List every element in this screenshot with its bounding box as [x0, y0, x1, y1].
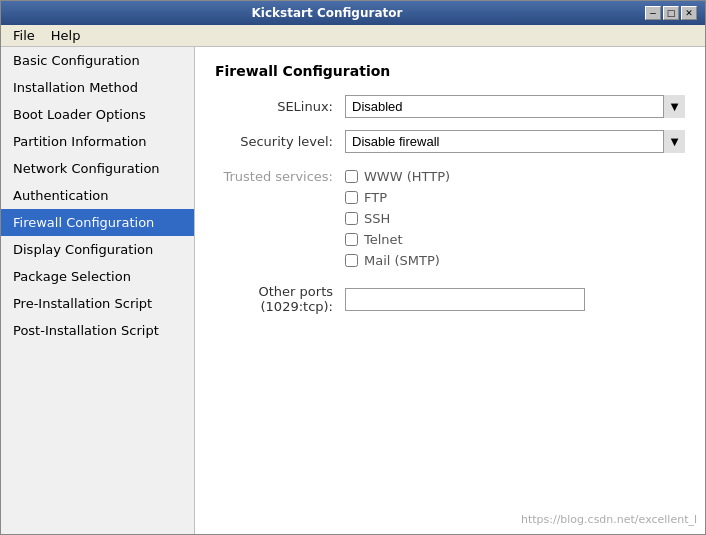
other-ports-input[interactable]: [345, 288, 585, 311]
checkbox-mail-input[interactable]: [345, 254, 358, 267]
sidebar-item-pre-installation-script[interactable]: Pre-Installation Script: [1, 290, 194, 317]
sidebar-item-post-installation-script[interactable]: Post-Installation Script: [1, 317, 194, 344]
security-level-row: Security level: Disable firewall Enabled…: [215, 130, 685, 153]
checkbox-ftp: FTP: [345, 190, 450, 205]
minimize-button[interactable]: −: [645, 6, 661, 20]
other-ports-label: Other ports (1029:tcp):: [215, 284, 345, 314]
checkbox-ssh-input[interactable]: [345, 212, 358, 225]
close-button[interactable]: ✕: [681, 6, 697, 20]
title-bar: Kickstart Configurator − □ ✕: [1, 1, 705, 25]
window-title: Kickstart Configurator: [9, 6, 645, 20]
selinux-select[interactable]: Disabled Enforcing Permissive: [345, 95, 685, 118]
sidebar-item-boot-loader-options[interactable]: Boot Loader Options: [1, 101, 194, 128]
sidebar-item-installation-method[interactable]: Installation Method: [1, 74, 194, 101]
trusted-services-row: Trusted services: WWW (HTTP) FTP SSH: [215, 165, 685, 272]
panel-title: Firewall Configuration: [215, 63, 685, 79]
main-window: Kickstart Configurator − □ ✕ File Help B…: [0, 0, 706, 535]
checkbox-ssh: SSH: [345, 211, 450, 226]
selinux-label: SELinux:: [215, 99, 345, 114]
checkbox-www-label: WWW (HTTP): [364, 169, 450, 184]
menu-file[interactable]: File: [5, 27, 43, 44]
security-level-select-wrapper: Disable firewall Enabled Disabled ▼: [345, 130, 685, 153]
sidebar-item-display-configuration[interactable]: Display Configuration: [1, 236, 194, 263]
sidebar-item-authentication[interactable]: Authentication: [1, 182, 194, 209]
sidebar-item-firewall-configuration[interactable]: Firewall Configuration: [1, 209, 194, 236]
checkbox-telnet-label: Telnet: [364, 232, 403, 247]
maximize-button[interactable]: □: [663, 6, 679, 20]
trusted-services-list: WWW (HTTP) FTP SSH Telnet: [345, 165, 450, 272]
content-area: Basic Configuration Installation Method …: [1, 47, 705, 534]
sidebar-item-network-configuration[interactable]: Network Configuration: [1, 155, 194, 182]
security-level-select[interactable]: Disable firewall Enabled Disabled: [345, 130, 685, 153]
checkbox-telnet-input[interactable]: [345, 233, 358, 246]
menu-help[interactable]: Help: [43, 27, 89, 44]
checkbox-telnet: Telnet: [345, 232, 450, 247]
checkbox-www: WWW (HTTP): [345, 169, 450, 184]
trusted-services-label: Trusted services:: [215, 165, 345, 184]
sidebar: Basic Configuration Installation Method …: [1, 47, 195, 534]
sidebar-item-partition-information[interactable]: Partition Information: [1, 128, 194, 155]
checkbox-mail: Mail (SMTP): [345, 253, 450, 268]
checkbox-ftp-input[interactable]: [345, 191, 358, 204]
menu-bar: File Help: [1, 25, 705, 47]
main-panel: Firewall Configuration SELinux: Disabled…: [195, 47, 705, 534]
sidebar-item-package-selection[interactable]: Package Selection: [1, 263, 194, 290]
sidebar-item-basic-configuration[interactable]: Basic Configuration: [1, 47, 194, 74]
watermark: https://blog.csdn.net/excellent_l: [521, 513, 697, 526]
checkbox-ftp-label: FTP: [364, 190, 387, 205]
selinux-select-wrapper: Disabled Enforcing Permissive ▼: [345, 95, 685, 118]
security-level-label: Security level:: [215, 134, 345, 149]
other-ports-row: Other ports (1029:tcp):: [215, 284, 685, 314]
window-controls: − □ ✕: [645, 6, 697, 20]
selinux-row: SELinux: Disabled Enforcing Permissive ▼: [215, 95, 685, 118]
checkbox-ssh-label: SSH: [364, 211, 390, 226]
checkbox-mail-label: Mail (SMTP): [364, 253, 440, 268]
checkbox-www-input[interactable]: [345, 170, 358, 183]
